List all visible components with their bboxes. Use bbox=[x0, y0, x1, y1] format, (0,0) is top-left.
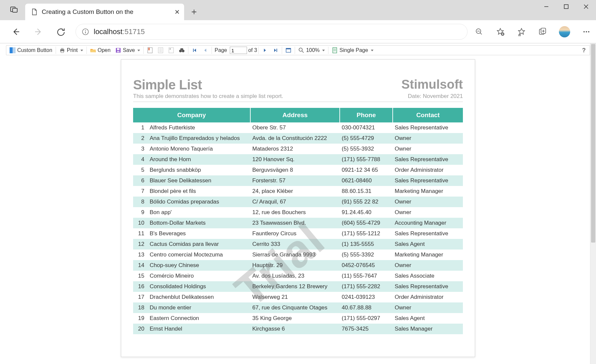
table-row: 16Consolidated HoldingsBerkeley Gardens … bbox=[133, 281, 463, 292]
collections-icon[interactable] bbox=[538, 27, 548, 37]
save-icon bbox=[115, 47, 121, 53]
cell-index: 15 bbox=[133, 271, 148, 281]
svg-rect-29 bbox=[333, 48, 337, 53]
cell-phone: (171) 555-2282 bbox=[340, 281, 393, 292]
site-info-icon[interactable] bbox=[82, 28, 89, 35]
last-page-button[interactable] bbox=[271, 46, 280, 55]
print-icon bbox=[59, 47, 65, 53]
report-date: Date: November 2021 bbox=[408, 93, 463, 100]
new-tab-button[interactable] bbox=[187, 5, 201, 19]
cell-phone: 40.67.88.88 bbox=[340, 302, 393, 313]
report-toolbar: Custom Button Print Open Save Page of 3 bbox=[6, 45, 590, 55]
svg-rect-22 bbox=[170, 48, 171, 50]
cell-company: Chop-suey Chinese bbox=[148, 260, 250, 271]
col-contact: Contact bbox=[393, 108, 463, 122]
cell-company: Antonio Moreno Taquería bbox=[148, 144, 250, 154]
table-row: 7Blondel père et fils24, place Kléber88.… bbox=[133, 186, 463, 197]
svg-point-9 bbox=[583, 31, 585, 32]
cell-phone: (5) 555-4729 bbox=[340, 133, 393, 144]
help-button[interactable]: ? bbox=[579, 47, 588, 54]
cell-contact: Sales Associate bbox=[393, 271, 463, 281]
address-bar[interactable]: localhost:51715 bbox=[75, 24, 468, 40]
first-page-button[interactable] bbox=[190, 46, 200, 55]
print-label: Print bbox=[67, 47, 78, 53]
fullscreen-button[interactable] bbox=[283, 46, 293, 55]
tab-overview-icon[interactable] bbox=[9, 4, 19, 15]
cell-index: 7 bbox=[133, 186, 148, 197]
minimize-button[interactable] bbox=[536, 0, 556, 13]
tab-close-button[interactable] bbox=[174, 9, 180, 15]
favorites-list-icon[interactable] bbox=[517, 27, 526, 37]
cell-company: Du monde entier bbox=[148, 302, 250, 313]
cell-index: 20 bbox=[133, 324, 148, 334]
vertical-scrollbar[interactable] bbox=[590, 43, 596, 364]
cell-contact: Owner bbox=[393, 260, 463, 271]
tab-title: Creating a Custom Button on the bbox=[42, 8, 170, 16]
save-button[interactable]: Save bbox=[113, 46, 142, 55]
more-menu-icon[interactable] bbox=[581, 27, 591, 37]
report-title: Simple List bbox=[133, 77, 202, 92]
resources-panel-button[interactable] bbox=[166, 46, 176, 55]
cell-index: 16 bbox=[133, 281, 148, 292]
app-content: Custom Button Print Open Save Page of 3 bbox=[0, 43, 596, 364]
view-mode-label: Single Page bbox=[339, 47, 368, 53]
maximize-button[interactable] bbox=[556, 0, 576, 13]
chevron-down-icon bbox=[80, 50, 83, 51]
cell-company: Blondel père et fils bbox=[148, 186, 250, 197]
zoom-button[interactable]: 100% bbox=[296, 46, 327, 55]
svg-point-10 bbox=[586, 31, 587, 32]
svg-point-23 bbox=[179, 50, 182, 52]
cell-index: 1 bbox=[133, 122, 148, 133]
close-window-button[interactable] bbox=[576, 0, 596, 13]
cell-address: Cerrito 333 bbox=[250, 239, 340, 250]
svg-rect-19 bbox=[148, 48, 150, 50]
first-page-icon bbox=[192, 47, 198, 53]
folder-open-icon bbox=[90, 47, 96, 53]
resources-icon bbox=[168, 47, 174, 53]
cell-company: Ernst Handel bbox=[148, 324, 250, 334]
cell-address: Kirchgasse 6 bbox=[250, 324, 340, 334]
page-icon bbox=[31, 8, 38, 16]
table-row: 5Berglunds snabbköpBerguvsvägen 80921-12… bbox=[133, 165, 463, 175]
cell-phone: (5) 555-3932 bbox=[340, 144, 393, 154]
single-page-icon bbox=[332, 47, 338, 53]
favorite-add-icon[interactable] bbox=[495, 27, 505, 37]
col-phone: Phone bbox=[340, 108, 393, 122]
print-button[interactable]: Print bbox=[57, 46, 85, 55]
find-button[interactable] bbox=[177, 46, 187, 55]
view-mode-button[interactable]: Single Page bbox=[330, 46, 375, 55]
cell-address: 120 Hanover Sq. bbox=[250, 154, 340, 165]
open-button[interactable]: Open bbox=[88, 46, 113, 55]
browser-tab[interactable]: Creating a Custom Button on the bbox=[25, 4, 184, 20]
svg-point-28 bbox=[299, 48, 302, 51]
back-button[interactable] bbox=[8, 24, 24, 40]
browser-tab-strip: Creating a Custom Button on the bbox=[0, 0, 596, 20]
custom-button[interactable]: Custom Button bbox=[8, 46, 54, 55]
svg-rect-2 bbox=[564, 5, 568, 9]
next-page-button[interactable] bbox=[260, 46, 270, 55]
bookmarks-panel-button[interactable] bbox=[145, 46, 155, 55]
cell-contact: Owner bbox=[393, 133, 463, 144]
parameters-panel-button[interactable] bbox=[156, 46, 166, 55]
refresh-button[interactable] bbox=[53, 24, 69, 40]
profile-avatar[interactable] bbox=[559, 26, 570, 37]
zoom-out-icon[interactable] bbox=[474, 27, 484, 37]
page-number-input[interactable] bbox=[230, 47, 247, 54]
table-row: 2Ana Trujillo Emparedados y heladosAvda.… bbox=[133, 133, 463, 144]
cell-phone: (1) 135-5555 bbox=[340, 239, 393, 250]
scrollbar-thumb[interactable] bbox=[591, 44, 595, 243]
cell-phone: 0621-08460 bbox=[340, 175, 393, 186]
forward-button[interactable] bbox=[30, 24, 46, 40]
cell-phone: 0921-12 34 65 bbox=[340, 165, 393, 175]
cell-contact: Sales Representative bbox=[393, 154, 463, 165]
prev-page-icon bbox=[202, 47, 208, 53]
custom-button-label: Custom Button bbox=[17, 47, 52, 53]
cell-address: 12, rue des Bouchers bbox=[250, 207, 340, 218]
cell-contact: Sales Representative bbox=[393, 228, 463, 239]
window-controls bbox=[536, 0, 596, 16]
cell-index: 4 bbox=[133, 154, 148, 165]
table-row: 17Drachenblut DelikatessenWalserweg 2102… bbox=[133, 292, 463, 302]
cell-index: 11 bbox=[133, 228, 148, 239]
prev-page-button[interactable] bbox=[200, 46, 210, 55]
cell-index: 14 bbox=[133, 260, 148, 271]
